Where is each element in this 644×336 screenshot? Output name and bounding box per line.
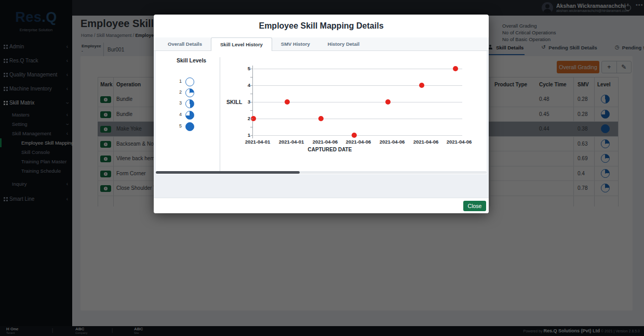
modal-footer: Close — [154, 198, 489, 213]
y-tick — [250, 127, 253, 127]
gridline — [253, 119, 462, 119]
y-tick — [250, 119, 253, 119]
data-point — [285, 99, 290, 105]
legend-title: Skill Levels — [177, 57, 206, 63]
x-tick-label: 2021-04-06 — [308, 139, 342, 145]
modal-body: Skill Levels 1 2 3 4 5 SKILL 5 4 3 2 1 — [154, 51, 489, 198]
x-tick-label: 2021-04-06 — [409, 139, 443, 145]
gridline — [253, 135, 462, 136]
y-tick-label: 1 — [238, 132, 250, 138]
tab-skill-level-history[interactable]: Skill Level History — [211, 37, 272, 51]
y-tick — [250, 94, 253, 94]
skill-mapping-details-modal: Employee Skill Mapping Details Overall D… — [154, 15, 489, 213]
skill-level-pie-icon — [185, 88, 194, 97]
skill-level-pie-icon — [185, 122, 194, 131]
data-point — [419, 83, 424, 88]
divider — [220, 57, 220, 172]
gridline — [253, 85, 462, 86]
horizontal-scrollbar — [156, 171, 487, 174]
skill-level-pie-icon — [185, 77, 194, 86]
data-point — [352, 133, 357, 138]
x-tick-label: 2021-04-01 — [274, 139, 308, 145]
y-tick-label: 3 — [238, 99, 250, 105]
y-tick — [250, 69, 253, 69]
x-axis-title: CAPTURED DATE — [286, 147, 374, 152]
y-tick-label: 4 — [238, 82, 250, 88]
y-tick-label: 2 — [238, 115, 250, 121]
y-tick-label: 5 — [238, 66, 250, 71]
scrollbar-thumb[interactable] — [156, 171, 300, 174]
modal-title: Employee Skill Mapping Details — [154, 21, 489, 31]
skill-level-pie-icon — [185, 111, 194, 120]
y-tick — [250, 102, 253, 102]
app-screen: Employee Skill Mapping Home / Skill Mana… — [0, 0, 644, 336]
chart-plot — [253, 69, 462, 135]
x-tick-label: 2021-04-06 — [375, 139, 409, 145]
gridline — [253, 69, 462, 69]
modal-tabs: Overall Details Skill Level History SMV … — [154, 37, 489, 51]
y-tick — [250, 135, 253, 136]
y-tick — [250, 110, 253, 111]
tab-history-detail[interactable]: History Detail — [319, 37, 368, 51]
tab-smv-history[interactable]: SMV History — [272, 37, 319, 51]
skill-level-pie-icon — [185, 99, 194, 108]
y-tick — [250, 85, 253, 86]
data-point — [453, 66, 458, 71]
x-tick-label: 2021-04-06 — [341, 139, 375, 145]
data-point — [385, 99, 391, 105]
skill-level-chart: Skill Levels 1 2 3 4 5 SKILL 5 4 3 2 1 — [156, 51, 487, 174]
tab-overall-details[interactable]: Overall Details — [159, 37, 211, 51]
x-tick-label: 2021-04-06 — [442, 139, 476, 145]
data-point — [318, 116, 324, 121]
y-tick — [250, 77, 253, 77]
x-tick-label: 2021-04-01 — [240, 139, 275, 145]
close-button[interactable]: Close — [463, 201, 486, 211]
